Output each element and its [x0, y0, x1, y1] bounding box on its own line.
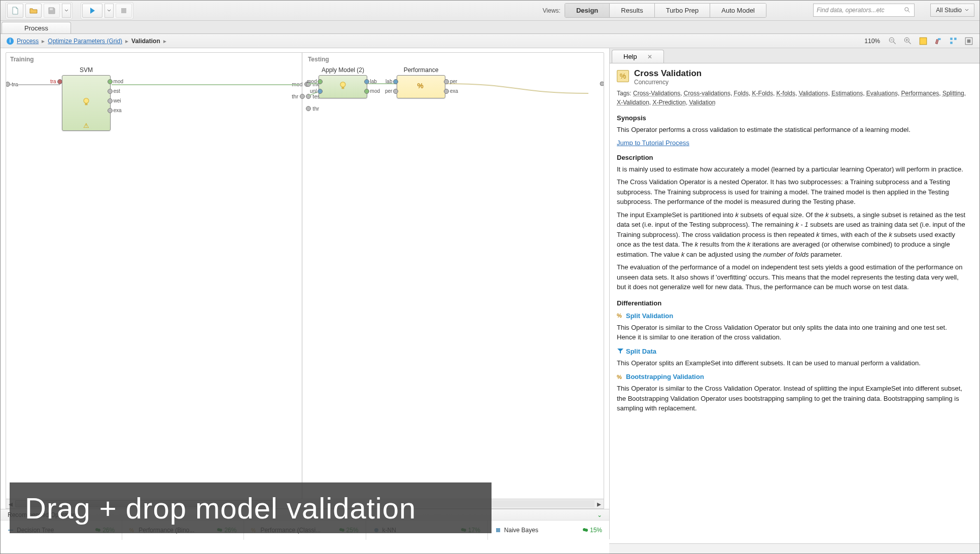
chevron-down-icon[interactable]: ⌄ — [597, 511, 602, 518]
zoom-out-icon[interactable] — [888, 37, 897, 46]
process-port-out[interactable] — [600, 81, 604, 87]
process-port-thr-in[interactable]: thr — [306, 106, 319, 112]
percent-icon: % — [617, 70, 629, 82]
tag-link[interactable]: Validations — [799, 90, 828, 97]
bulb-icon — [81, 97, 91, 109]
tag-link[interactable]: Performances — [901, 90, 939, 97]
warning-icon[interactable]: ⚠ — [83, 122, 89, 129]
port-tra[interactable]: tra — [50, 79, 62, 84]
studio-dropdown[interactable]: All Studio — [930, 4, 974, 17]
diff-text: This Operator is similar to the Cross Va… — [617, 323, 967, 342]
process-port-tra[interactable]: tra — [6, 81, 18, 87]
breadcrumb-sep: ▸ — [42, 38, 45, 45]
port-wei[interactable]: wei — [108, 98, 121, 103]
zoom-in-icon[interactable] — [903, 37, 913, 46]
subprocess-testing-label: Testing — [308, 56, 329, 63]
port-per[interactable]: per — [385, 88, 398, 94]
bootstrapping-validation-link[interactable]: %Bootstrapping Validation — [617, 373, 967, 380]
view-tab-results[interactable]: Results — [610, 4, 654, 17]
split-validation-link[interactable]: %Split Validation — [617, 312, 967, 320]
operator-svm[interactable]: SVM tra mod est wei exa ⚠ — [62, 75, 111, 131]
split-data-link[interactable]: Split Data — [617, 348, 967, 355]
tag-link[interactable]: Folds — [734, 90, 749, 97]
svg-rect-7 — [950, 38, 953, 40]
search-icon — [904, 7, 911, 14]
breadcrumb-process[interactable]: Process — [17, 38, 39, 45]
view-tabs: Design Results Turbo Prep Auto Model — [565, 3, 766, 18]
svg-rect-8 — [954, 38, 957, 40]
port-lab[interactable]: lab — [386, 79, 398, 84]
filter-icon — [617, 348, 624, 355]
port-est[interactable]: est — [108, 88, 120, 94]
tag-link[interactable]: K-Folds — [752, 90, 773, 97]
breadcrumb-sep: ▸ — [125, 38, 128, 45]
tag-link[interactable]: Validation — [689, 99, 716, 106]
view-tab-turbo[interactable]: Turbo Prep — [655, 4, 711, 17]
run-dropdown[interactable] — [104, 4, 114, 18]
breadcrumb-sep: ▸ — [163, 38, 166, 45]
cleanup-icon[interactable] — [934, 37, 943, 46]
operator-title: Apply Model (2) — [322, 66, 364, 74]
operator-title: SVM — [80, 66, 93, 74]
view-tab-design[interactable]: Design — [565, 4, 610, 17]
process-port-thr-out[interactable]: thr — [292, 93, 305, 99]
save-dropdown[interactable] — [62, 4, 71, 18]
percent-icon: % — [617, 312, 624, 319]
description-heading: Description — [617, 154, 967, 161]
panel-tab-help[interactable]: Help ✕ — [612, 50, 664, 63]
svg-point-2 — [905, 8, 908, 11]
studio-label: All Studio — [936, 7, 962, 14]
save-button[interactable] — [44, 4, 60, 18]
port-exa[interactable]: exa — [444, 88, 458, 94]
port-per[interactable]: per — [444, 79, 457, 84]
svg-text:%: % — [417, 82, 424, 90]
note-icon[interactable] — [919, 37, 928, 46]
operator-title: Performance — [404, 66, 439, 74]
port-mod[interactable]: mod — [364, 88, 380, 94]
port-unl[interactable]: unl — [310, 88, 323, 94]
tree-icon — [495, 527, 501, 533]
percent-icon: % — [416, 81, 426, 93]
jump-tutorial-link[interactable]: Jump to Tutorial Process — [617, 139, 689, 147]
panel-tab-process[interactable]: Process — [2, 22, 71, 33]
tag-link[interactable]: Cross-validations — [684, 90, 730, 97]
port-exa[interactable]: exa — [108, 108, 122, 113]
tag-link[interactable]: X-Validation — [617, 99, 649, 106]
operator-performance[interactable]: Performance lab per per exa % — [397, 75, 445, 98]
run-button[interactable] — [82, 4, 102, 18]
tag-link[interactable]: Cross-Validations — [633, 90, 680, 97]
new-button[interactable] — [7, 4, 23, 18]
global-search[interactable]: Find data, operators...etc — [813, 4, 915, 17]
recommended-item[interactable]: Naive Bayes15% — [488, 521, 609, 540]
svg-rect-16 — [342, 87, 344, 89]
svg-rect-30 — [496, 528, 500, 532]
svg-point-13 — [84, 98, 89, 103]
info-icon: i — [7, 38, 14, 45]
chevron-down-icon — [965, 8, 969, 12]
tag-link[interactable]: Evaluations — [866, 90, 898, 97]
fit-icon[interactable] — [964, 37, 973, 46]
tag-link[interactable]: X-Prediction — [653, 99, 686, 106]
operator-apply-model[interactable]: Apply Model (2) mod unl lab mod — [319, 75, 367, 98]
svg-text:%: % — [617, 313, 622, 319]
stop-button[interactable] — [116, 4, 132, 18]
synopsis-text: This Operator performs a cross validatio… — [617, 125, 967, 135]
svg-rect-9 — [950, 42, 953, 44]
view-tab-automodel[interactable]: Auto Model — [710, 4, 766, 17]
diff-text: This Operator splits an ExampleSet into … — [617, 358, 967, 368]
tag-link[interactable]: K-folds — [777, 90, 795, 97]
scroll-right-icon[interactable]: ▸ — [594, 499, 604, 508]
close-icon[interactable]: ✕ — [647, 53, 652, 60]
port-mod[interactable]: mod — [307, 79, 323, 84]
open-button[interactable] — [25, 4, 42, 18]
search-placeholder: Find data, operators...etc — [817, 7, 884, 14]
tag-link[interactable]: Estimations — [831, 90, 863, 97]
port-lab[interactable]: lab — [364, 79, 377, 84]
svg-rect-14 — [85, 103, 88, 106]
breadcrumb-optimize[interactable]: Optimize Parameters (Grid) — [48, 38, 122, 45]
auto-arrange-icon[interactable] — [949, 37, 958, 46]
process-canvas[interactable]: Training Testing tra mod thr mod tes thr… — [6, 52, 604, 535]
tag-link[interactable]: Splitting — [942, 90, 964, 97]
svg-point-12 — [600, 82, 604, 86]
port-mod[interactable]: mod — [108, 79, 123, 84]
